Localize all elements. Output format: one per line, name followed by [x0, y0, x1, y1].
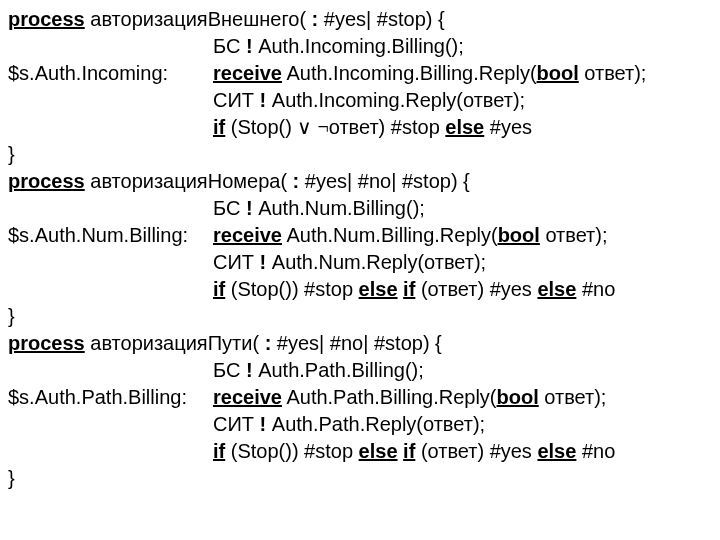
p1-l4-c: #yes [484, 116, 532, 138]
p2-line3: СИТ ! Auth.Num.Reply(ответ); [8, 249, 712, 276]
kw-receive: receive [213, 62, 282, 84]
p2-sig: #yes| #no| #stop) { [299, 170, 470, 192]
p3-l4-c: (ответ) #yes [415, 440, 537, 462]
kw-else: else [537, 278, 576, 300]
p2-l1-pre: БС [213, 197, 246, 219]
p1-label: $s.Auth.Incoming: [8, 60, 213, 87]
p1-l4-b: ответ) #stop [329, 116, 446, 138]
p1-l4-a: (Stop() [225, 116, 297, 138]
kw-receive: receive [213, 224, 282, 246]
p2-l2-post: ответ); [540, 224, 608, 246]
p2-line1: БС ! Auth.Num.Billing(); [8, 195, 712, 222]
p3-line3: СИТ ! Auth.Path.Reply(ответ); [8, 411, 712, 438]
kw-else: else [445, 116, 484, 138]
p1-l2-post: ответ); [579, 62, 647, 84]
p3-l2-mid: Auth.Path.Billing.Reply( [282, 386, 497, 408]
p2-line4: if (Stop()) #stop else if (ответ) #yes e… [8, 276, 712, 303]
p1-l3-post: Auth.Incoming.Reply(ответ); [266, 89, 525, 111]
p3-name-text: авторизацияПути( [90, 332, 264, 354]
p1-l2-mid: Auth.Incoming.Billing.Reply( [282, 62, 537, 84]
p2-l3-post: Auth.Num.Reply(ответ); [266, 251, 486, 273]
p1-name-text: авторизацияВнешнего( [90, 8, 311, 30]
p3-l4-a: (Stop()) #stop [225, 440, 358, 462]
p3-line4: if (Stop()) #stop else if (ответ) #yes e… [8, 438, 712, 465]
bang-icon: ! [246, 35, 253, 57]
p2-l4-a: (Stop()) #stop [225, 278, 358, 300]
kw-process: process [8, 8, 85, 30]
p3-line1: БС ! Auth.Path.Billing(); [8, 357, 712, 384]
p2-l1-post: Auth.Num.Billing(); [253, 197, 425, 219]
kw-bool: bool [497, 386, 539, 408]
kw-receive: receive [213, 386, 282, 408]
p2-l4-c: (ответ) #yes [415, 278, 537, 300]
kw-else: else [359, 440, 398, 462]
bang-icon: ! [246, 359, 253, 381]
kw-bool: bool [537, 62, 579, 84]
p1-l3-pre: СИТ [213, 89, 260, 111]
p3-l3-post: Auth.Path.Reply(ответ); [266, 413, 485, 435]
p2-l2-mid: Auth.Num.Billing.Reply( [282, 224, 498, 246]
p1-sig: #yes| #stop) { [318, 8, 444, 30]
p2-name-text: авторизацияНомера( [90, 170, 292, 192]
p2-close: } [8, 303, 712, 330]
p2-line2: $s.Auth.Num.Billing:receive Auth.Num.Bil… [8, 222, 712, 249]
p3-label: $s.Auth.Path.Billing: [8, 384, 213, 411]
p3-l1-post: Auth.Path.Billing(); [253, 359, 424, 381]
p1-line2: $s.Auth.Incoming:receive Auth.Incoming.B… [8, 60, 712, 87]
p1-line3: СИТ ! Auth.Incoming.Reply(ответ); [8, 87, 712, 114]
p3-sig: #yes| #no| #stop) { [271, 332, 442, 354]
p3-l3-pre: СИТ [213, 413, 260, 435]
p3-close: } [8, 465, 712, 492]
kw-else: else [359, 278, 398, 300]
p3-header: process авторизацияПути( : #yes| #no| #s… [8, 330, 712, 357]
p1-header: process авторизацияВнешнего( : #yes| #st… [8, 6, 712, 33]
p2-header: process авторизацияНомера( : #yes| #no| … [8, 168, 712, 195]
p2-label: $s.Auth.Num.Billing: [8, 222, 213, 249]
kw-else: else [537, 440, 576, 462]
kw-if: if [403, 278, 415, 300]
kw-if: if [213, 278, 225, 300]
p3-line2: $s.Auth.Path.Billing:receive Auth.Path.B… [8, 384, 712, 411]
p1-l1-pre: БС [213, 35, 246, 57]
p3-l1-pre: БС [213, 359, 246, 381]
kw-bool: bool [498, 224, 540, 246]
p2-l3-pre: СИТ [213, 251, 260, 273]
code-page: process авторизацияВнешнего( : #yes| #st… [0, 0, 720, 500]
p3-l4-d: #no [576, 440, 615, 462]
p1-line1: БС ! Auth.Incoming.Billing(); [8, 33, 712, 60]
kw-if: if [213, 116, 225, 138]
kw-process: process [8, 332, 85, 354]
p1-close: } [8, 141, 712, 168]
p2-l4-d: #no [576, 278, 615, 300]
kw-if: if [213, 440, 225, 462]
p3-l2-post: ответ); [539, 386, 607, 408]
kw-process: process [8, 170, 85, 192]
or-not-icon: ∨ ¬ [297, 116, 328, 138]
bang-icon: ! [246, 197, 253, 219]
kw-if: if [403, 440, 415, 462]
p1-l1-post: Auth.Incoming.Billing(); [253, 35, 464, 57]
p1-line4: if (Stop() ∨ ¬ответ) #stop else #yes [8, 114, 712, 141]
